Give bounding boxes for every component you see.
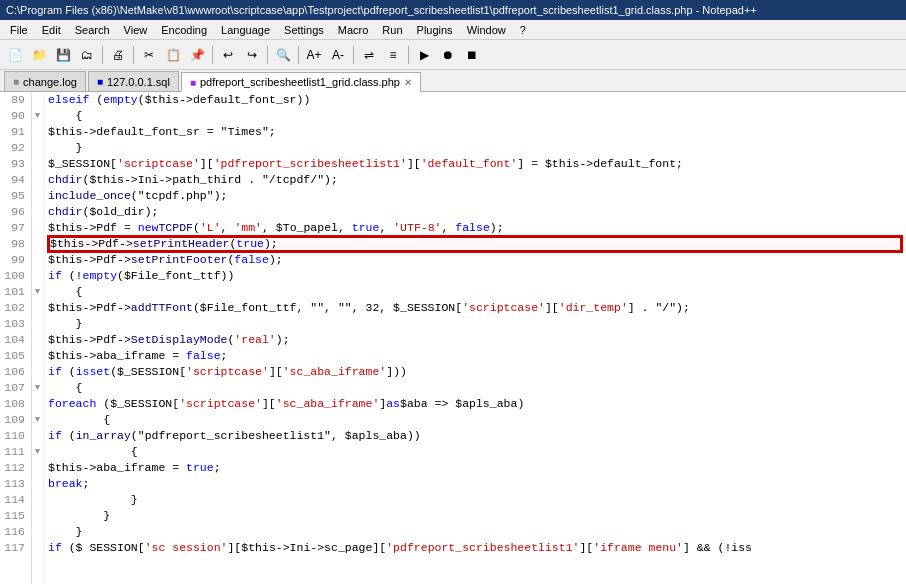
- paste-btn[interactable]: 📌: [186, 44, 208, 66]
- fold-marker-110: [32, 428, 43, 444]
- fold-marker-104: [32, 332, 43, 348]
- menu-language[interactable]: Language: [215, 22, 276, 38]
- code-line-93: $_SESSION['scriptcase']['pdfreport_scrib…: [48, 156, 902, 172]
- find-btn[interactable]: 🔍: [272, 44, 294, 66]
- code-line-104: $this->Pdf->SetDisplayMode('real');: [48, 332, 902, 348]
- fold-marker-93: [32, 156, 43, 172]
- print-btn[interactable]: 🖨: [107, 44, 129, 66]
- code-line-105: $this->aba_iframe = false;: [48, 348, 902, 364]
- tab-changelog-label: change.log: [23, 76, 77, 88]
- fold-marker-109[interactable]: ▼: [32, 412, 43, 428]
- sep6: [353, 46, 354, 64]
- line-num-113: 113: [4, 476, 25, 492]
- menu-run[interactable]: Run: [376, 22, 408, 38]
- menu-edit[interactable]: Edit: [36, 22, 67, 38]
- line-numbers: 8990919293949596979899100101102103104105…: [0, 92, 32, 584]
- menu-window[interactable]: Window: [461, 22, 512, 38]
- fold-marker-103: [32, 316, 43, 332]
- title-text: C:\Program Files (x86)\NetMake\v81\wwwro…: [6, 4, 757, 16]
- copy-btn[interactable]: 📋: [162, 44, 184, 66]
- code-line-102: $this->Pdf->addTTFont($File_font_ttf, ""…: [48, 300, 902, 316]
- sep3: [212, 46, 213, 64]
- code-line-106: if (isset($_SESSION['scriptcase']['sc_ab…: [48, 364, 902, 380]
- menu-settings[interactable]: Settings: [278, 22, 330, 38]
- fold-marker-114: [32, 492, 43, 508]
- fold-marker-112: [32, 460, 43, 476]
- open-btn[interactable]: 📁: [28, 44, 50, 66]
- fold-marker-99: [32, 252, 43, 268]
- menu-plugins[interactable]: Plugins: [411, 22, 459, 38]
- tab-php[interactable]: ■ pdfreport_scribesheetlist1_grid.class.…: [181, 72, 421, 92]
- menu-help[interactable]: ?: [514, 22, 532, 38]
- fold-marker-111[interactable]: ▼: [32, 444, 43, 460]
- tab-sql[interactable]: ■ 127.0.0.1.sql: [88, 71, 179, 91]
- menu-bar: File Edit Search View Encoding Language …: [0, 20, 906, 40]
- code-line-89: elseif (empty($this->default_font_sr)): [48, 92, 902, 108]
- tab-php-icon: ■: [190, 77, 196, 88]
- fold-marker-102: [32, 300, 43, 316]
- code-line-99: $this->Pdf->setPrintFooter(false);: [48, 252, 902, 268]
- fold-marker-100: [32, 268, 43, 284]
- line-num-117: 117: [4, 540, 25, 556]
- line-num-114: 114: [4, 492, 25, 508]
- fold-marker-117: [32, 540, 43, 556]
- code-line-110: if (in_array("pdfreport_scribesheetlist1…: [48, 428, 902, 444]
- cut-btn[interactable]: ✂: [138, 44, 160, 66]
- line-num-109: 109: [4, 412, 25, 428]
- code-line-111: {: [48, 444, 902, 460]
- menu-view[interactable]: View: [118, 22, 154, 38]
- code-line-96: chdir($old_dir);: [48, 204, 902, 220]
- sep4: [267, 46, 268, 64]
- tab-changelog-icon: ■: [13, 76, 19, 87]
- code-line-101: {: [48, 284, 902, 300]
- fold-marker-91: [32, 124, 43, 140]
- fold-marker-107[interactable]: ▼: [32, 380, 43, 396]
- line-num-102: 102: [4, 300, 25, 316]
- new-btn[interactable]: 📄: [4, 44, 26, 66]
- title-bar: C:\Program Files (x86)\NetMake\v81\wwwro…: [0, 0, 906, 20]
- tab-sql-label: 127.0.0.1.sql: [107, 76, 170, 88]
- wrap-btn[interactable]: ⇌: [358, 44, 380, 66]
- zoom-out-btn[interactable]: A-: [327, 44, 349, 66]
- indent-btn[interactable]: ≡: [382, 44, 404, 66]
- redo-btn[interactable]: ↪: [241, 44, 263, 66]
- save-btn[interactable]: 💾: [52, 44, 74, 66]
- save-all-btn[interactable]: 🗂: [76, 44, 98, 66]
- zoom-in-btn[interactable]: A+: [303, 44, 325, 66]
- fold-marker-92: [32, 140, 43, 156]
- sep1: [102, 46, 103, 64]
- line-num-89: 89: [4, 92, 25, 108]
- code-line-90: {: [48, 108, 902, 124]
- line-num-94: 94: [4, 172, 25, 188]
- macro3-btn[interactable]: ⏹: [461, 44, 483, 66]
- code-line-98: $this->Pdf->setPrintHeader(true);: [48, 236, 902, 252]
- undo-btn[interactable]: ↩: [217, 44, 239, 66]
- code-content[interactable]: elseif (empty($this->default_font_sr)) {…: [44, 92, 906, 584]
- fold-marker-97: [32, 220, 43, 236]
- macro1-btn[interactable]: ▶: [413, 44, 435, 66]
- menu-macro[interactable]: Macro: [332, 22, 375, 38]
- line-num-95: 95: [4, 188, 25, 204]
- tab-bar: ■ change.log ■ 127.0.0.1.sql ■ pdfreport…: [0, 70, 906, 92]
- macro2-btn[interactable]: ⏺: [437, 44, 459, 66]
- fold-marker-108: [32, 396, 43, 412]
- code-line-103: }: [48, 316, 902, 332]
- line-num-111: 111: [4, 444, 25, 460]
- line-num-112: 112: [4, 460, 25, 476]
- fold-marker-96: [32, 204, 43, 220]
- menu-encoding[interactable]: Encoding: [155, 22, 213, 38]
- line-num-100: 100: [4, 268, 25, 284]
- fold-marker-90[interactable]: ▼: [32, 108, 43, 124]
- code-line-107: {: [48, 380, 902, 396]
- menu-file[interactable]: File: [4, 22, 34, 38]
- code-area: 8990919293949596979899100101102103104105…: [0, 92, 906, 584]
- tab-changelog[interactable]: ■ change.log: [4, 71, 86, 91]
- tab-php-close[interactable]: ✕: [404, 77, 412, 88]
- code-line-115: }: [48, 508, 902, 524]
- fold-marker-101[interactable]: ▼: [32, 284, 43, 300]
- menu-search[interactable]: Search: [69, 22, 116, 38]
- fold-marker-95: [32, 188, 43, 204]
- code-line-97: $this->Pdf = new TCPDF('L', 'mm', $To_pa…: [48, 220, 902, 236]
- line-num-96: 96: [4, 204, 25, 220]
- code-line-108: foreach ($_SESSION['scriptcase']['sc_aba…: [48, 396, 902, 412]
